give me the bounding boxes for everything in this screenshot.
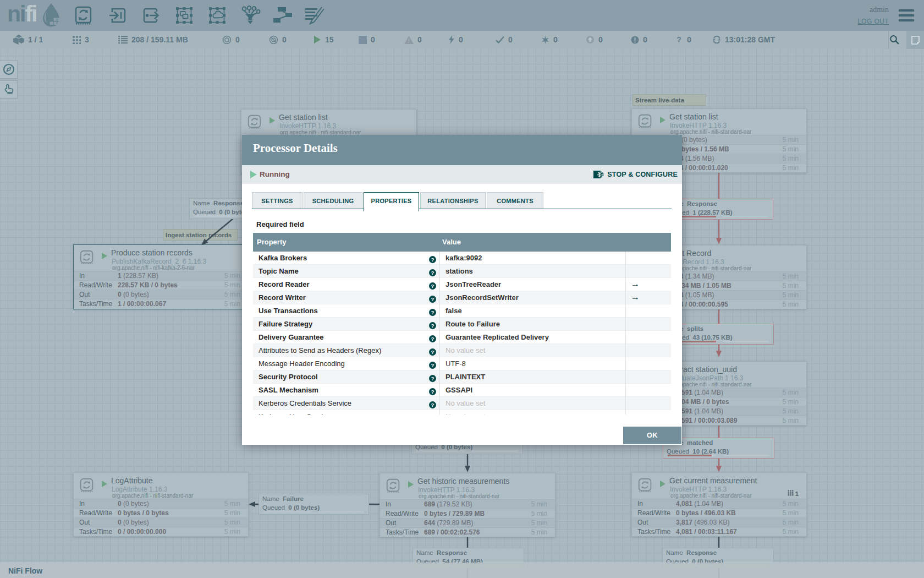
- svg-text:?: ?: [431, 349, 435, 355]
- svg-text:?: ?: [431, 309, 435, 315]
- svg-text:?: ?: [431, 362, 435, 368]
- svg-text:?: ?: [431, 257, 435, 263]
- svg-text:?: ?: [676, 36, 681, 44]
- svg-text:?: ?: [431, 270, 435, 276]
- svg-text:?: ?: [431, 402, 435, 408]
- svg-text:?: ?: [431, 323, 435, 329]
- svg-text:?: ?: [431, 283, 435, 289]
- svg-text:?: ?: [431, 336, 435, 342]
- svg-text:?: ?: [431, 375, 435, 381]
- svg-text:?: ?: [431, 389, 435, 395]
- svg-text:?: ?: [431, 296, 435, 302]
